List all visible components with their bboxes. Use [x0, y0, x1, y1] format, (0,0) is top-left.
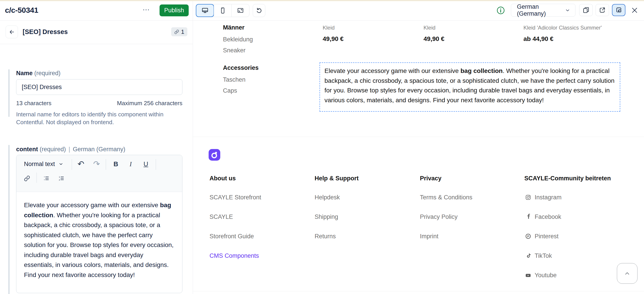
mobile-view-button[interactable]: [214, 4, 232, 17]
page-title: c/c-50341: [5, 6, 38, 14]
chevron-down-icon: [58, 161, 64, 166]
back-arrow-icon: [9, 29, 15, 35]
footer-link[interactable]: Returns: [314, 233, 336, 240]
highlighted-content-block[interactable]: Elevate your accessory game with our ext…: [320, 62, 620, 112]
instagram-icon[interactable]: [525, 194, 531, 200]
content-field-bar: [8, 145, 10, 294]
preview-nav-taschen[interactable]: Taschen: [223, 76, 246, 83]
publish-button[interactable]: Publish: [160, 4, 189, 16]
footer-link-cms-components[interactable]: CMS Components: [210, 252, 259, 259]
link-icon: [24, 175, 30, 181]
youtube-icon[interactable]: [525, 273, 531, 278]
footer-social-title: SCAYLE-Community beitreten: [524, 175, 611, 182]
toolbar-divider: [72, 159, 72, 170]
social-link-instagram[interactable]: Instagram: [535, 194, 562, 201]
info-button[interactable]: [496, 6, 505, 14]
panel-divider: [193, 1, 193, 294]
bold-button[interactable]: B: [110, 159, 121, 169]
preview-nav-sneaker[interactable]: Sneaker: [223, 47, 246, 54]
toolbar-divider: [106, 159, 106, 170]
italic-button[interactable]: I: [125, 159, 136, 169]
brand-logo-icon: [208, 149, 220, 161]
entry-title: [SEO] Dresses: [23, 28, 68, 36]
open-in-new-tab-button[interactable]: [596, 4, 609, 16]
content-field-label: content (required)|German (Germany): [16, 146, 125, 153]
chevron-up-icon: [624, 270, 631, 277]
preview-nav-bekleidung[interactable]: Bekleidung: [223, 36, 253, 43]
preview-nav-accessories[interactable]: Accessories: [223, 64, 258, 71]
numbered-list-icon: 1 2: [58, 175, 64, 181]
footer-bottom-divider: [193, 291, 644, 291]
social-link-pinterest[interactable]: Pinterest: [535, 233, 559, 240]
footer-link[interactable]: Helpdesk: [314, 194, 340, 201]
more-menu-button[interactable]: ⋯: [142, 5, 150, 14]
facebook-icon[interactable]: [526, 213, 532, 219]
hyperlink-button[interactable]: [22, 173, 32, 184]
desktop-view-button[interactable]: [196, 4, 214, 17]
references-count: 1: [181, 28, 184, 35]
social-link-tiktok[interactable]: TikTok: [535, 252, 552, 259]
product-name[interactable]: Kleid 'Adicolor Classics Summer': [524, 25, 602, 31]
close-preview-button[interactable]: [630, 6, 638, 14]
underline-button[interactable]: U: [140, 159, 151, 169]
footer-link[interactable]: Shipping: [314, 213, 338, 220]
text-style-value: Normal text: [24, 161, 55, 167]
char-max: Maximum 256 characters: [16, 100, 182, 107]
footer-col-title: Privacy: [420, 175, 442, 182]
back-button[interactable]: [6, 25, 18, 38]
close-icon: [630, 6, 638, 14]
social-link-facebook[interactable]: Facebook: [535, 213, 561, 220]
social-link-youtube[interactable]: Youtube: [535, 272, 556, 279]
scroll-to-top-button[interactable]: [617, 263, 638, 284]
preview-nav-maenner[interactable]: Männer: [223, 24, 244, 31]
brand-logo[interactable]: [208, 149, 220, 161]
footer-link[interactable]: SCAYLE Storefront: [210, 194, 261, 201]
open-in-new-icon: [599, 6, 606, 14]
fullscreen-view-button[interactable]: [232, 4, 249, 17]
product-name[interactable]: Kleid: [323, 25, 334, 31]
footer-top-divider: [193, 137, 644, 137]
footer-link[interactable]: Privacy Policy: [420, 213, 458, 220]
footer-link[interactable]: SCAYLE: [210, 213, 233, 220]
info-icon: [496, 6, 505, 14]
undo-button[interactable]: ↶: [76, 159, 86, 169]
name-field-label: Name (required): [16, 70, 60, 77]
footer-link[interactable]: Terms & Conditions: [420, 194, 472, 201]
copy-button[interactable]: [579, 4, 593, 16]
text-style-selector[interactable]: Normal text: [24, 159, 64, 169]
bulleted-list-icon: [43, 175, 50, 181]
redo-button[interactable]: ↷: [91, 159, 102, 169]
product-price[interactable]: 49,90 €: [424, 35, 444, 42]
rich-text-editor: Normal text ↶ ↷ B I U: [16, 155, 182, 293]
product-name[interactable]: Kleid: [424, 25, 436, 31]
references-badge[interactable]: 1: [171, 27, 187, 36]
numbered-list-button[interactable]: 1 2: [56, 173, 67, 184]
tiktok-icon[interactable]: [526, 253, 532, 259]
svg-text:P: P: [527, 235, 529, 238]
link-icon: [174, 29, 179, 34]
name-field-bar: [8, 69, 10, 117]
fullscreen-icon: [237, 7, 244, 14]
name-input[interactable]: [16, 79, 182, 95]
svg-text:2: 2: [59, 178, 60, 181]
locale-selector[interactable]: German (Germany): [511, 4, 576, 16]
inspect-cursor-icon: [615, 6, 622, 14]
rich-text-toolbar: Normal text ↶ ↷ B I U: [16, 155, 182, 192]
name-help-text: Internal name for editors to identify th…: [16, 111, 173, 126]
preview-nav-caps[interactable]: Caps: [223, 87, 237, 94]
toolbar-divider: [156, 159, 156, 170]
inspect-mode-button[interactable]: [612, 4, 626, 16]
locale-selector-value: German (Germany): [517, 3, 565, 17]
refresh-preview-button[interactable]: [253, 4, 265, 17]
rich-text-content[interactable]: Elevate your accessory game with our ext…: [24, 200, 174, 280]
refresh-icon: [256, 7, 262, 14]
footer-link[interactable]: Imprint: [420, 233, 438, 240]
device-toggle-group: [196, 4, 250, 17]
pinterest-icon[interactable]: P: [525, 233, 531, 239]
desktop-icon: [202, 7, 208, 14]
bulleted-list-button[interactable]: [41, 173, 52, 184]
product-price[interactable]: ab 44,90 €: [524, 35, 554, 42]
product-price[interactable]: 49,90 €: [323, 35, 344, 42]
footer-link[interactable]: Storefront Guide: [210, 233, 254, 240]
entry-header-divider: [0, 44, 193, 44]
